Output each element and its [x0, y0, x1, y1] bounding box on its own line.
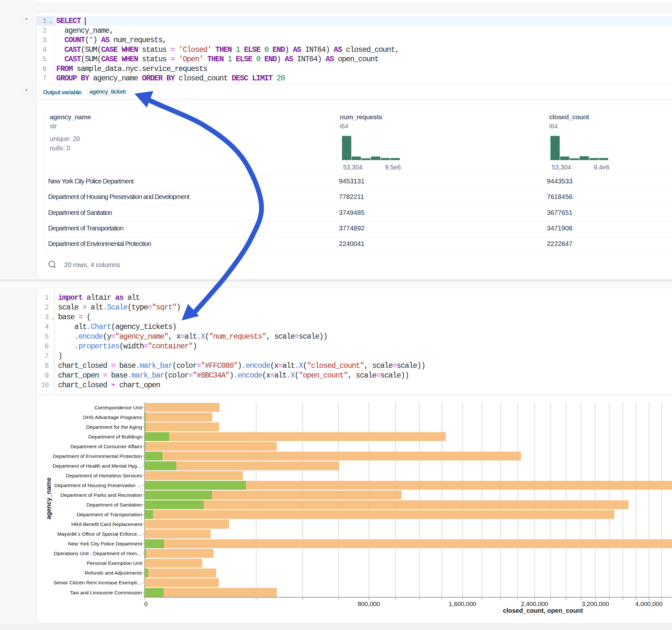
svg-text:Department of Housing Preserva: Department of Housing Preservation … [54, 483, 142, 488]
svg-text:Correspondence Unit: Correspondence Unit [95, 405, 142, 410]
svg-text:DHS Advantage Programs: DHS Advantage Programs [83, 414, 142, 420]
svg-text:Department of Health and Menta: Department of Health and Mental Hyg… [52, 463, 142, 468]
svg-text:Department of Buildings: Department of Buildings [89, 434, 142, 439]
svg-text:4,000,000: 4,000,000 [635, 601, 663, 607]
svg-text:3,200,000: 3,200,000 [581, 601, 609, 607]
svg-text:0: 0 [144, 601, 148, 607]
svg-text:Personal Exemption Unit: Personal Exemption Unit [87, 560, 142, 566]
svg-text:Department of Parks and Recrea: Department of Parks and Recreation [60, 492, 142, 498]
svg-text:Department of Homeless Service: Department of Homeless Services [66, 473, 142, 478]
svg-text:Senior Citizen Rent Increase E: Senior Citizen Rent Increase Exempti… [53, 580, 142, 585]
svg-text:closed_count, open_count: closed_count, open_count [503, 607, 583, 614]
svg-text:Refunds and Adjustments: Refunds and Adjustments [85, 570, 142, 576]
svg-text:Department for the Aging: Department for the Aging [86, 424, 142, 430]
svg-text:800,000: 800,000 [358, 601, 380, 607]
svg-text:Department of Transportation: Department of Transportation [76, 512, 142, 517]
svg-text:agency_name: agency_name [45, 477, 52, 519]
svg-text:Department of Consumer Affairs: Department of Consumer Affairs [70, 444, 142, 449]
svg-text:1,600,000: 1,600,000 [449, 601, 477, 607]
svg-text:HRA Benefit Card Replacement: HRA Benefit Card Replacement [71, 522, 142, 527]
svg-text:New York City Police Departmen: New York City Police Department [68, 541, 142, 547]
svg-text:2,400,000: 2,400,000 [521, 601, 549, 607]
svg-text:Mayorâ€ s Office of Special En: Mayorâ€ s Office of Special Enforce… [57, 531, 142, 537]
svg-text:Taxi and Limousine Commission: Taxi and Limousine Commission [70, 590, 142, 595]
svg-text:Operations Unit - Department o: Operations Unit - Department of Hom… [54, 551, 142, 556]
svg-text:Department of Environmental Pr: Department of Environmental Protection [52, 453, 142, 459]
svg-text:Department of Sanitation: Department of Sanitation [87, 502, 142, 508]
